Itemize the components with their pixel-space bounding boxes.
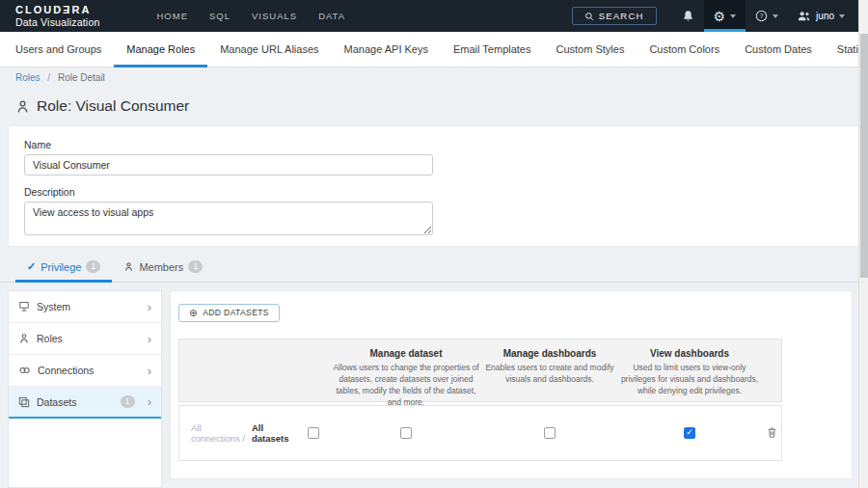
- privilege-checkbox-manage-dataset[interactable]: [400, 427, 412, 439]
- tab-privilege[interactable]: ✓ Privilege 1: [15, 252, 112, 282]
- tab-custom-styles[interactable]: Custom Styles: [543, 32, 637, 67]
- sidebar-item-label: Connections: [38, 365, 94, 376]
- row-label: All connections / All datasets: [179, 406, 297, 460]
- notifications-bell-icon[interactable]: [672, 0, 704, 32]
- nav-link-data[interactable]: DATA: [308, 0, 356, 32]
- svg-text:?: ?: [760, 13, 764, 19]
- description-label: Description: [24, 186, 844, 198]
- nav-link-visuals[interactable]: VISUALS: [241, 0, 308, 32]
- column-description: Used to limit users to view-only privile…: [617, 362, 762, 397]
- column-header-manage-dataset: Manage dataset Allows users to change th…: [330, 339, 482, 401]
- settings-gear-menu[interactable]: ⚙: [704, 0, 746, 32]
- column-header-view-dashboards: View dashboards Used to limit users to v…: [617, 339, 762, 401]
- sidebar-item-label: Datasets: [37, 396, 76, 408]
- nav-link-sql[interactable]: SQL: [199, 0, 241, 32]
- count-badge: 1: [121, 395, 135, 408]
- column-description: Enables users to create and modify visua…: [482, 362, 617, 386]
- row-actions: [762, 406, 781, 460]
- name-field[interactable]: [24, 154, 433, 176]
- page-title: Role: Visual Consumer: [15, 97, 189, 115]
- breadcrumb-current: Role Detail: [58, 72, 105, 83]
- sidebar-item-connections[interactable]: Connections ›: [9, 355, 161, 387]
- page-title-text: Role: Visual Consumer: [37, 97, 189, 115]
- sidebar-item-roles[interactable]: Roles ›: [9, 323, 161, 355]
- breadcrumb-separator: /: [47, 72, 50, 83]
- connections-icon: [18, 366, 31, 375]
- help-icon: ?: [755, 10, 768, 22]
- row-select-cell: [297, 406, 330, 460]
- column-header-manage-dashboards: Manage dashboards Enables users to creat…: [482, 339, 617, 401]
- sidebar-item-label: Roles: [37, 333, 63, 344]
- column-title: Manage dataset: [369, 348, 442, 359]
- privilege-row: All connections / All datasets ✓: [178, 405, 782, 461]
- user-name: juno: [816, 11, 834, 21]
- roles-icon: [18, 333, 30, 344]
- privilege-tab-label: Privilege: [41, 261, 81, 273]
- scrollbar-thumb[interactable]: [860, 34, 868, 278]
- privilege-checkbox-view-dashboards[interactable]: ✓: [684, 427, 695, 439]
- privilege-count-badge: 1: [86, 260, 100, 273]
- header-actions-spacer: [762, 339, 781, 401]
- user-menu[interactable]: juno: [788, 0, 854, 32]
- tab-custom-colors[interactable]: Custom Colors: [637, 32, 732, 67]
- privilege-checkbox-manage-dashboards[interactable]: [544, 427, 556, 439]
- privileges-table-body: All connections / All datasets ✓: [178, 405, 782, 461]
- caret-down-icon: [839, 14, 845, 18]
- privileges-table-header: Manage dataset Allows users to change th…: [178, 339, 782, 402]
- check-icon: ✓: [27, 260, 36, 273]
- tab-members[interactable]: Members 1: [112, 252, 214, 282]
- search-label: SEARCH: [599, 11, 644, 21]
- privilege-sidebar: System › Roles › Connections › Datasets …: [8, 290, 162, 488]
- navbar-right: SEARCH ⚙ ? juno: [572, 0, 854, 32]
- top-navbar: CLOUDƎRA Data Visualization HOMESQLVISUA…: [0, 0, 868, 32]
- tab-users-and-groups[interactable]: Users and Groups: [3, 32, 114, 67]
- privilege-cell: ✓: [617, 406, 762, 460]
- search-icon: [584, 12, 594, 21]
- tab-email-templates[interactable]: Email Templates: [441, 32, 544, 67]
- name-label: Name: [24, 139, 844, 150]
- privilege-cell: [330, 406, 482, 460]
- breadcrumb-roles-link[interactable]: Roles: [15, 72, 41, 83]
- row-select-checkbox[interactable]: [308, 427, 319, 439]
- privilege-main-panel: ⊕ ADD DATASETS Manage dataset Allows use…: [170, 290, 853, 479]
- delete-row-icon[interactable]: [767, 426, 777, 439]
- sidebar-item-datasets[interactable]: Datasets 1 ›: [9, 387, 161, 419]
- caret-down-icon: [773, 14, 778, 18]
- description-field[interactable]: View access to visual apps: [24, 202, 433, 235]
- users-icon: [798, 11, 811, 21]
- column-title: Manage dashboards: [503, 348, 597, 359]
- search-button[interactable]: SEARCH: [572, 7, 657, 25]
- role-form-card: Name Description View access to visual a…: [8, 125, 860, 247]
- add-datasets-label: ADD DATASETS: [203, 308, 269, 317]
- breadcrumb: Roles / Role Detail: [15, 72, 105, 83]
- vertical-scrollbar[interactable]: [858, 0, 868, 488]
- privilege-cell: [482, 406, 617, 460]
- brand-product: Data Visualization: [15, 17, 99, 28]
- sidebar-item-system[interactable]: System ›: [9, 291, 161, 323]
- detail-tabs: ✓ Privilege 1 Members 1: [0, 252, 858, 283]
- tab-manage-url-aliases[interactable]: Manage URL Aliases: [207, 32, 331, 67]
- column-title: View dashboards: [650, 348, 729, 359]
- chevron-right-icon: ›: [148, 395, 151, 408]
- brand-name: CLOUDƎRA: [15, 5, 99, 15]
- dataset-label: All datasets: [252, 422, 297, 444]
- admin-tabs-bar: Users and GroupsManage RolesManage URL A…: [0, 32, 858, 68]
- system-icon: [18, 301, 30, 312]
- chevron-right-icon: ›: [148, 301, 151, 313]
- members-tab-label: Members: [139, 261, 183, 273]
- add-datasets-button[interactable]: ⊕ ADD DATASETS: [178, 304, 280, 322]
- chevron-right-icon: ›: [148, 333, 151, 345]
- chevron-right-icon: ›: [148, 365, 151, 377]
- role-person-icon: [15, 99, 30, 114]
- caret-down-icon: [730, 14, 736, 18]
- members-person-icon: [123, 261, 134, 272]
- header-spacer: [179, 339, 330, 401]
- nav-link-home[interactable]: HOME: [146, 0, 199, 32]
- tab-manage-api-keys[interactable]: Manage API Keys: [332, 32, 441, 67]
- connection-label: All connections /: [191, 422, 250, 444]
- cloudera-logo[interactable]: CLOUDƎRA Data Visualization: [15, 5, 99, 28]
- tab-manage-roles[interactable]: Manage Roles: [114, 32, 207, 67]
- gear-icon: ⚙: [714, 10, 726, 23]
- help-menu[interactable]: ?: [746, 0, 788, 32]
- tab-custom-dates[interactable]: Custom Dates: [732, 32, 825, 67]
